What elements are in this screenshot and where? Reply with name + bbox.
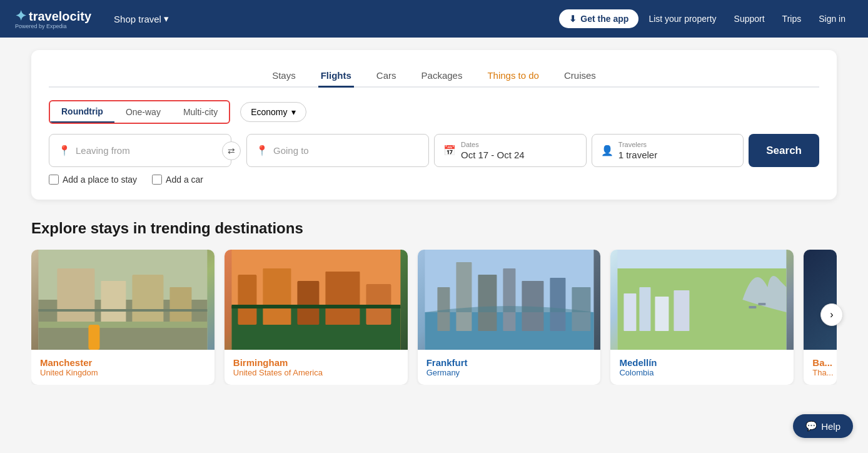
tab-packages[interactable]: Packages: [419, 65, 465, 88]
tab-flights[interactable]: Flights: [318, 65, 354, 88]
roundtrip-button[interactable]: Roundtrip: [50, 101, 114, 123]
svg-rect-15: [366, 284, 391, 325]
origin-field[interactable]: 📍 Leaving from ⇄: [49, 134, 231, 167]
svg-rect-28: [624, 293, 637, 331]
chevron-down-icon: ▾: [164, 13, 169, 24]
location-icon: 📍: [58, 145, 71, 156]
svg-rect-19: [437, 287, 450, 331]
svg-rect-6: [38, 322, 207, 328]
birmingham-city: Birmingham: [233, 357, 399, 368]
destination-card-birmingham[interactable]: Birmingham United States of America: [225, 250, 408, 385]
svg-rect-7: [88, 325, 99, 350]
svg-rect-8: [38, 309, 207, 312]
add-car-input[interactable]: [152, 175, 162, 185]
chevron-right-icon: ›: [830, 309, 833, 320]
destination-card-manchester[interactable]: Manchester United Kingdom: [31, 250, 214, 385]
add-car-checkbox[interactable]: Add a car: [152, 175, 203, 185]
svg-rect-33: [759, 303, 766, 305]
tab-cruises[interactable]: Cruises: [562, 65, 598, 88]
get-app-button[interactable]: ⬇ Get the app: [559, 9, 638, 28]
support-button[interactable]: Support: [727, 10, 772, 28]
person-icon: 👤: [601, 145, 613, 156]
add-stay-checkbox[interactable]: Add a place to stay: [49, 175, 137, 185]
trip-options: Roundtrip One-way Multi-city Economy ▾: [49, 100, 819, 124]
destination-card-frankfurt[interactable]: Frankfurt Germany: [418, 250, 601, 385]
svg-rect-23: [522, 281, 543, 331]
trip-type-group: Roundtrip One-way Multi-city: [49, 100, 230, 124]
svg-rect-14: [325, 272, 360, 325]
destinations-grid: Manchester United Kingdom: [31, 250, 837, 385]
trips-button[interactable]: Trips: [775, 10, 809, 28]
birmingham-info: Birmingham United States of America: [225, 350, 408, 385]
svg-rect-20: [456, 262, 472, 331]
svg-rect-13: [297, 281, 319, 325]
download-icon: ⬇: [569, 14, 577, 24]
partial-country: Tha...: [812, 368, 828, 377]
frankfurt-image: [418, 250, 601, 350]
search-fields: 📍 Leaving from ⇄ 📍 Going to: [49, 134, 819, 167]
frankfurt-info: Frankfurt Germany: [418, 350, 601, 385]
logo-text: ✦ travelocity: [15, 8, 91, 24]
travelers-field[interactable]: 👤 Travelers 1 traveler: [592, 134, 744, 167]
birmingham-image: [225, 250, 408, 350]
medellin-info: Medellín Colombia: [610, 350, 794, 385]
header: ✦ travelocity Powered by Expedia Shop tr…: [0, 0, 868, 38]
tab-things-to-do[interactable]: Things to do: [485, 65, 542, 88]
header-nav: ⬇ Get the app List your property Support…: [559, 9, 853, 28]
add-options: Add a place to stay Add a car: [49, 175, 819, 185]
svg-rect-25: [572, 287, 590, 331]
dates-field[interactable]: 📅 Dates Oct 17 - Oct 24: [434, 134, 587, 167]
main-content: Stays Flights Cars Packages Things to do…: [0, 38, 868, 397]
svg-rect-22: [503, 268, 515, 331]
medellin-image: [610, 250, 794, 350]
manchester-country: United Kingdom: [40, 368, 206, 377]
manchester-image: [31, 250, 214, 350]
medellin-city: Medellín: [619, 357, 785, 368]
frankfurt-country: Germany: [426, 368, 592, 377]
svg-rect-4: [132, 275, 163, 325]
partial-city: Ba...: [812, 357, 828, 368]
logo: ✦ travelocity Powered by Expedia: [15, 8, 91, 29]
svg-rect-16: [231, 305, 400, 308]
shop-travel-button[interactable]: Shop travel ▾: [109, 9, 174, 28]
list-property-button[interactable]: List your property: [641, 10, 724, 28]
svg-rect-5: [169, 287, 191, 325]
search-button[interactable]: Search: [749, 134, 819, 167]
svg-rect-21: [478, 275, 497, 331]
destinations-section: Explore stays in trending destinations: [31, 220, 837, 385]
location-icon: 📍: [256, 145, 268, 156]
tab-stays[interactable]: Stays: [270, 65, 298, 88]
manchester-city: Manchester: [40, 357, 206, 368]
svg-rect-12: [263, 268, 291, 325]
svg-rect-32: [749, 306, 757, 308]
svg-rect-3: [101, 281, 126, 325]
swap-button[interactable]: ⇄: [222, 141, 241, 160]
destination-card-medellin[interactable]: Medellín Colombia: [610, 250, 794, 385]
medellin-country: Colombia: [619, 368, 785, 377]
svg-rect-31: [674, 290, 690, 331]
logo-sub: Powered by Expedia: [15, 23, 67, 29]
svg-rect-30: [655, 297, 669, 331]
svg-rect-11: [238, 275, 256, 325]
calendar-icon: 📅: [443, 145, 456, 156]
search-card: Stays Flights Cars Packages Things to do…: [31, 50, 837, 200]
sign-in-button[interactable]: Sign in: [811, 10, 853, 28]
destination-field[interactable]: 📍 Going to: [246, 134, 429, 167]
carousel-next-button[interactable]: ›: [820, 303, 843, 326]
partial-info: Ba... Tha...: [804, 350, 837, 385]
destinations-title: Explore stays in trending destinations: [31, 220, 837, 237]
svg-rect-24: [550, 278, 565, 331]
logo-star-icon: ✦: [15, 8, 26, 24]
frankfurt-city: Frankfurt: [426, 357, 592, 368]
multi-city-button[interactable]: Multi-city: [172, 101, 229, 123]
tab-cars[interactable]: Cars: [374, 65, 399, 88]
svg-rect-2: [57, 268, 94, 325]
one-way-button[interactable]: One-way: [114, 101, 172, 123]
partial-image: [804, 250, 837, 350]
add-stay-input[interactable]: [49, 175, 59, 185]
search-tabs: Stays Flights Cars Packages Things to do…: [49, 65, 819, 88]
birmingham-country: United States of America: [233, 368, 399, 377]
class-select-button[interactable]: Economy ▾: [240, 102, 306, 122]
svg-rect-29: [640, 287, 651, 331]
chevron-down-icon: ▾: [291, 107, 296, 117]
